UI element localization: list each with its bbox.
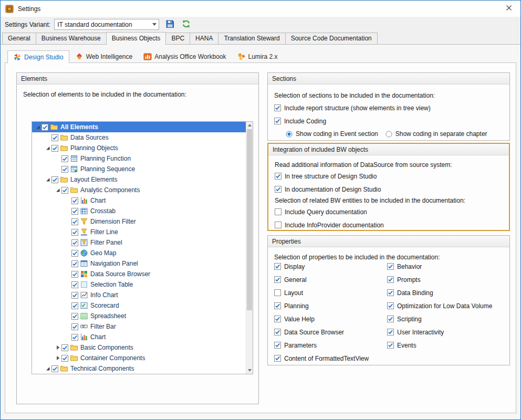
tab-source-code-documentation[interactable]: Source Code Documentation	[285, 33, 378, 44]
tree-item-container-components[interactable]: Container Components	[32, 353, 246, 363]
radio-show-coding-in-separate-chapter[interactable]: Show coding in separate chapter	[385, 130, 487, 138]
checkbox[interactable]	[61, 355, 68, 362]
tree-item-scorecard[interactable]: Scorecard	[32, 300, 246, 311]
tree-item-geo-map[interactable]: Geo Map	[32, 248, 246, 258]
checkbox[interactable]	[71, 281, 78, 288]
subtab-lumira-2-x[interactable]: Lumira 2.x	[232, 50, 283, 63]
checkbox[interactable]	[61, 166, 68, 173]
checkbox[interactable]	[387, 342, 394, 349]
save-button[interactable]	[164, 19, 175, 30]
tree-item-chart[interactable]: Chart	[32, 332, 246, 342]
tree-item-data-source-browser[interactable]: Data Source Browser	[32, 269, 246, 279]
tree-item-selection-table[interactable]: Selection Table	[32, 279, 246, 290]
checkbox[interactable]	[51, 176, 58, 183]
checkbox[interactable]	[71, 334, 78, 341]
checkbox[interactable]	[71, 323, 78, 330]
checkbox[interactable]	[41, 124, 48, 131]
checkbox[interactable]	[71, 197, 78, 204]
checkbox-row-scripting[interactable]: Scripting	[387, 312, 492, 326]
checkbox-row-include-report-structure-show-elements-in-tree-view[interactable]: Include report structure (show elements …	[274, 101, 503, 114]
checkbox[interactable]	[275, 186, 282, 193]
checkbox-row-display[interactable]: Display	[274, 260, 369, 273]
checkbox-row-parameters[interactable]: Parameters	[274, 339, 369, 352]
tree-item-navigation-panel[interactable]: Navigation Panel	[32, 258, 246, 269]
checkbox-row-in-tree-structure-of-design-studio[interactable]: In tree structure of Design Studio	[275, 170, 503, 183]
checkbox[interactable]	[274, 329, 281, 335]
tree-item-layout-elements[interactable]: Layout Elements	[32, 174, 246, 185]
combo-dropdown-button[interactable]	[150, 19, 159, 29]
checkbox[interactable]	[387, 316, 394, 322]
refresh-button[interactable]	[180, 19, 192, 30]
tree-item-spreadsheet[interactable]: Spreadsheet	[32, 311, 246, 321]
checkbox-row-data-source-browser[interactable]: Data Source Browser	[274, 326, 369, 339]
checkbox-row-events[interactable]: Events	[387, 339, 492, 352]
close-button[interactable]	[497, 1, 520, 17]
checkbox[interactable]	[51, 365, 58, 372]
tree-item-filter-panel[interactable]: Filter Panel	[32, 237, 246, 248]
subtab-analysis-office-workbook[interactable]: Analysis Office Workbook	[138, 50, 231, 63]
checkbox-row-include-query-documentation[interactable]: Include Query documentation	[275, 205, 503, 218]
checkbox[interactable]	[387, 329, 394, 335]
subtab-web-intelligence[interactable]: Web Intelligence	[70, 50, 138, 63]
checkbox[interactable]	[274, 289, 281, 296]
radio-button[interactable]	[385, 131, 392, 138]
tab-business-objects[interactable]: Business Objects	[106, 32, 166, 45]
checkbox[interactable]	[274, 355, 281, 362]
checkbox[interactable]	[387, 276, 394, 283]
checkbox[interactable]	[387, 302, 394, 309]
expander-expanded-icon[interactable]	[44, 144, 51, 152]
tab-hana[interactable]: HANA	[190, 33, 218, 44]
checkbox[interactable]	[274, 302, 281, 309]
checkbox-row-data-binding[interactable]: Data Binding	[387, 286, 492, 299]
checkbox-row-general[interactable]: General	[274, 273, 369, 286]
checkbox[interactable]	[71, 239, 78, 246]
checkbox-row-optimization-for-low-data-volume[interactable]: Optimization for Low Data Volume	[387, 299, 492, 312]
checkbox[interactable]	[275, 222, 282, 228]
checkbox[interactable]	[274, 104, 281, 111]
checkbox[interactable]	[274, 263, 281, 270]
checkbox-row-content-of-formattedtextview[interactable]: Content of FormattedTextView	[274, 352, 369, 365]
checkbox[interactable]	[275, 208, 282, 215]
tab-business-warehouse[interactable]: Business Warehouse	[36, 33, 107, 44]
checkbox[interactable]	[274, 342, 281, 349]
tab-bpc[interactable]: BPC	[165, 33, 190, 44]
checkbox[interactable]	[71, 218, 78, 225]
checkbox[interactable]	[51, 145, 58, 152]
checkbox[interactable]	[71, 229, 78, 236]
tree-item-all-elements[interactable]: All Elements	[32, 122, 246, 132]
scrollbar-thumb[interactable]	[247, 129, 252, 310]
checkbox[interactable]	[274, 316, 281, 322]
checkbox[interactable]	[387, 289, 394, 296]
tree-item-planning-objects[interactable]: Planning Objects	[32, 143, 246, 153]
checkbox-row-layout[interactable]: Layout	[274, 286, 369, 299]
checkbox[interactable]	[387, 263, 394, 270]
tree-item-analytic-components[interactable]: Analytic Components	[32, 185, 246, 195]
checkbox-row-planning[interactable]: Planning	[274, 299, 369, 312]
checkbox-row-prompts[interactable]: Prompts	[387, 273, 492, 286]
expander-expanded-icon[interactable]	[44, 365, 51, 372]
expander-expanded-icon[interactable]	[54, 186, 61, 194]
checkbox[interactable]	[51, 134, 58, 141]
subtab-design-studio[interactable]: Design Studio	[7, 50, 69, 64]
checkbox[interactable]	[274, 118, 281, 124]
radio-button[interactable]	[286, 131, 293, 138]
variant-combobox[interactable]: IT standard documentation	[54, 19, 159, 30]
checkbox[interactable]	[71, 271, 78, 278]
expander-collapsed-icon[interactable]	[54, 354, 61, 362]
checkbox-row-include-coding[interactable]: Include Coding	[274, 114, 503, 128]
tree-item-basic-components[interactable]: Basic Components	[32, 342, 246, 353]
radio-show-coding-in-event-section[interactable]: Show coding in Event section	[286, 130, 378, 138]
checkbox[interactable]	[71, 250, 78, 257]
tree-item-info-chart[interactable]: Info Chart	[32, 290, 246, 300]
checkbox[interactable]	[61, 344, 68, 351]
tree-scrollbar[interactable]	[246, 122, 253, 374]
expander-expanded-icon[interactable]	[34, 123, 41, 131]
scroll-down-button[interactable]	[246, 367, 253, 374]
tree-item-filter-bar[interactable]: Filter Bar	[32, 321, 246, 332]
tab-general[interactable]: General	[2, 33, 36, 44]
tree-item-chart[interactable]: Chart	[32, 195, 246, 206]
tree-item-data-sources[interactable]: Data Sources	[32, 132, 246, 143]
checkbox[interactable]	[71, 313, 78, 320]
tree-item-planning-function[interactable]: Planning Function	[32, 153, 246, 164]
tree-item-filter-line[interactable]: Filter Line	[32, 227, 246, 237]
